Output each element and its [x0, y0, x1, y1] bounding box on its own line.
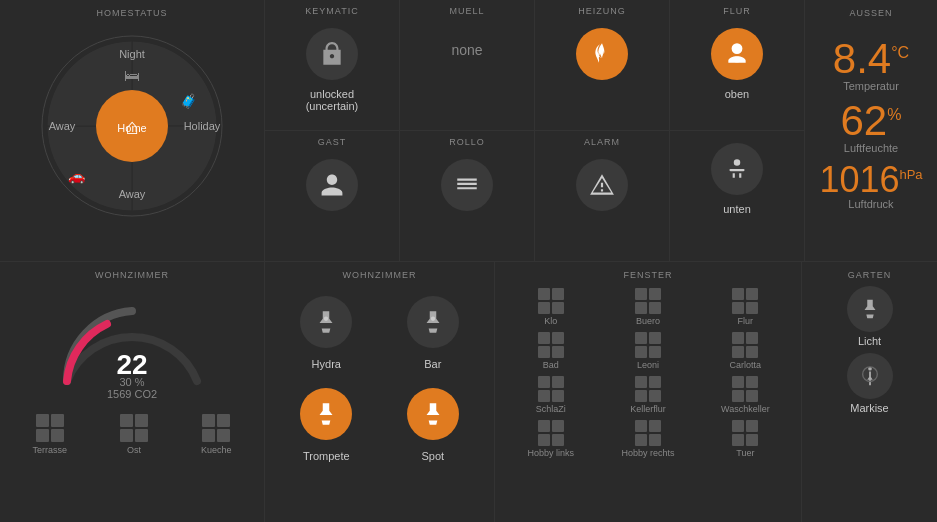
muell-value: none	[451, 42, 482, 58]
spot-item[interactable]: Spot	[386, 382, 481, 462]
keymatic-title: KEYMATIC	[305, 6, 358, 16]
svg-point-15	[324, 408, 328, 412]
flur-oben-icon[interactable]	[711, 28, 763, 80]
bar-item[interactable]: Bar	[386, 290, 481, 370]
terrasse-icon	[36, 414, 64, 442]
klo-icon	[538, 288, 564, 314]
flur-fenster-item[interactable]: Flur	[700, 288, 791, 326]
wohnzimmer-lights-panel: WOHNZIMMER Hydra Bar Trompete	[265, 262, 495, 523]
alarm-panel: ALARM	[535, 131, 669, 261]
ost-icon	[120, 414, 148, 442]
rollo-icon[interactable]	[441, 159, 493, 211]
svg-text:Away: Away	[49, 120, 76, 132]
flur-top-panel: FLUR oben	[670, 0, 804, 131]
aussen-panel: AUSSEN 8.4°C Temperatur 62% Luftfeuchte …	[805, 0, 937, 261]
kellerflur-icon	[635, 376, 661, 402]
leoni-item[interactable]: Leoni	[602, 332, 693, 370]
alarm-icon[interactable]	[576, 159, 628, 211]
alarm-title: ALARM	[584, 137, 620, 147]
trompete-item[interactable]: Trompete	[279, 382, 374, 462]
bar-label: Bar	[424, 358, 441, 370]
carlotta-label: Carlotta	[730, 360, 762, 370]
fenster-grid: Klo Buero Flur	[501, 286, 795, 460]
garten-licht-item[interactable]: Licht	[847, 286, 893, 347]
hobby-links-label: Hobby links	[527, 448, 574, 458]
klo-item[interactable]: Klo	[505, 288, 596, 326]
fenster-panel: FENSTER Klo Buero	[495, 262, 802, 523]
aussen-temperature: 8.4°C	[819, 38, 922, 80]
wohnzimmer-lights-title: WOHNZIMMER	[343, 270, 417, 280]
waschkeller-icon	[732, 376, 758, 402]
homestatus-title: HOMESTATUS	[96, 8, 167, 18]
garten-title: GARTEN	[848, 270, 891, 280]
flur-oben-label: oben	[725, 88, 749, 100]
klo-label: Klo	[544, 316, 557, 326]
svg-text:🚗: 🚗	[68, 168, 86, 185]
rollo-panel: ROLLO	[400, 131, 534, 261]
carlotta-item[interactable]: Carlotta	[700, 332, 791, 370]
heizung-icon[interactable]	[576, 28, 628, 80]
terrasse-item[interactable]: Terrasse	[32, 414, 67, 455]
waschkeller-item[interactable]: Waschkeller	[700, 376, 791, 414]
leoni-label: Leoni	[637, 360, 659, 370]
aussen-title: AUSSEN	[849, 8, 892, 18]
flur-column: FLUR oben unten	[670, 0, 805, 261]
heizung-title: HEIZUNG	[578, 6, 626, 16]
trompete-label: Trompete	[303, 450, 350, 462]
hobby-links-icon	[538, 420, 564, 446]
tuer-item[interactable]: Tuer	[700, 420, 791, 458]
keymatic-status: unlocked(uncertain)	[306, 88, 359, 112]
spot-label: Spot	[421, 450, 444, 462]
wohnzimmer-gauge-panel: WOHNZIMMER 22 30 % 1569 CO2 Terrasse	[0, 262, 265, 523]
bar-icon[interactable]	[407, 296, 459, 348]
gast-icon[interactable]	[306, 159, 358, 211]
svg-point-13	[324, 316, 328, 320]
aussen-humidity-label: Luftfeuchte	[819, 142, 922, 154]
keymatic-icon[interactable]	[306, 28, 358, 80]
hydra-icon[interactable]	[300, 296, 352, 348]
heizung-panel: HEIZUNG	[535, 0, 669, 131]
hobby-rechts-icon	[635, 420, 661, 446]
carlotta-icon	[732, 332, 758, 358]
garten-licht-icon[interactable]	[847, 286, 893, 332]
garten-markise-item[interactable]: Markise	[847, 353, 893, 414]
svg-point-11	[734, 56, 741, 62]
homestatus-dial[interactable]: ⌂ Night Holiday Home Away 🛏 🧳 🚗 Away	[32, 26, 232, 226]
svg-text:Night: Night	[119, 48, 145, 60]
wohnzimmer-co2: 1569 CO2	[107, 388, 157, 400]
svg-text:🧳: 🧳	[180, 93, 198, 110]
buero-item[interactable]: Buero	[602, 288, 693, 326]
wohnzimmer-windows-row: Terrasse Ost Kueche	[6, 414, 258, 455]
garten-markise-icon[interactable]	[847, 353, 893, 399]
hydra-item[interactable]: Hydra	[279, 290, 374, 370]
heizung-alarm-column: HEIZUNG ALARM	[535, 0, 670, 261]
garten-markise-label: Markise	[850, 402, 889, 414]
kellerflur-item[interactable]: Kellerflur	[602, 376, 693, 414]
kueche-label: Kueche	[201, 445, 232, 455]
kueche-item[interactable]: Kueche	[201, 414, 232, 455]
hobby-links-item[interactable]: Hobby links	[505, 420, 596, 458]
gauge: 22	[52, 296, 212, 376]
fenster-title: FENSTER	[623, 270, 672, 280]
kueche-icon	[202, 414, 230, 442]
ost-label: Ost	[127, 445, 141, 455]
waschkeller-label: Waschkeller	[721, 404, 770, 414]
bad-item[interactable]: Bad	[505, 332, 596, 370]
tuer-icon	[732, 420, 758, 446]
hydra-label: Hydra	[312, 358, 341, 370]
spot-icon[interactable]	[407, 388, 459, 440]
buero-label: Buero	[636, 316, 660, 326]
wohnzimmer-gauge-title: WOHNZIMMER	[95, 270, 169, 280]
garten-items: Licht Markise	[808, 286, 931, 414]
hobby-rechts-item[interactable]: Hobby rechts	[602, 420, 693, 458]
tuer-label: Tuer	[736, 448, 754, 458]
schlazi-item[interactable]: SchlaZi	[505, 376, 596, 414]
svg-point-14	[431, 316, 435, 320]
gast-title: GAST	[318, 137, 347, 147]
flur-unten-icon[interactable]	[711, 143, 763, 195]
garten-licht-label: Licht	[858, 335, 881, 347]
ost-item[interactable]: Ost	[120, 414, 148, 455]
trompete-icon[interactable]	[300, 388, 352, 440]
garten-panel: GARTEN Licht Markise	[802, 262, 937, 523]
rollo-title: ROLLO	[449, 137, 485, 147]
